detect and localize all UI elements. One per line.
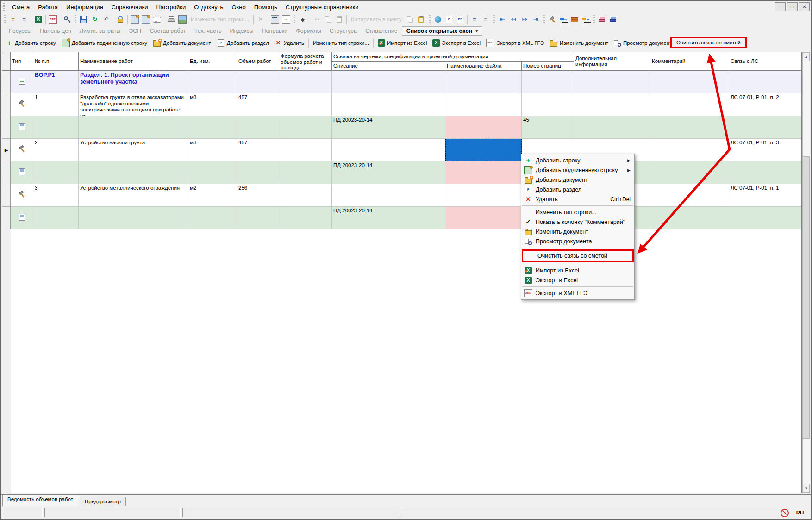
cell-num[interactable] — [33, 207, 79, 229]
cell-num[interactable]: ВОР.Р1 — [33, 71, 79, 93]
cell-comment[interactable] — [650, 116, 729, 139]
cell-description[interactable] — [332, 71, 445, 93]
scrollbar-thumb[interactable] — [803, 156, 810, 439]
reference-pink-button[interactable] — [597, 14, 608, 25]
minimize-button[interactable]: – — [775, 2, 786, 11]
toolbar-grip[interactable] — [493, 15, 495, 24]
cell-volume[interactable] — [237, 161, 279, 184]
delete-gray-button[interactable]: ✕ — [255, 14, 266, 25]
cell-name[interactable] — [79, 207, 188, 229]
reference-blue-button[interactable] — [608, 14, 619, 25]
cell-unit[interactable]: м3 — [188, 139, 237, 161]
cell-extra[interactable] — [574, 71, 650, 93]
menu-item-add-section[interactable]: Добавить раздел — [521, 185, 634, 194]
row-marker-cell[interactable] — [2, 161, 11, 184]
add-document-button[interactable]: Добавить документ — [150, 38, 214, 48]
import-data-button[interactable] — [432, 14, 443, 25]
row-settings-alt-button[interactable] — [140, 14, 151, 25]
cell-formula[interactable] — [279, 71, 332, 93]
bottom-tab-preview[interactable]: Предпросмотр — [80, 497, 126, 506]
cell-comment[interactable] — [650, 71, 729, 93]
search-button[interactable] — [62, 14, 73, 25]
tab-поправки[interactable]: Поправки — [258, 27, 292, 35]
cell-comment[interactable] — [650, 184, 729, 207]
machines-button[interactable] — [558, 14, 569, 25]
calculator-button[interactable] — [269, 14, 281, 25]
clear-estimate-link-button[interactable]: Очистить связь со сметой — [670, 37, 747, 48]
menu-item-clear-estimate-link[interactable]: Очистить связь со сметой — [522, 249, 634, 262]
scroll-down-icon[interactable]: ▼ — [803, 484, 810, 493]
cell-description[interactable]: ПД 20023-20-14 — [332, 207, 445, 229]
vertical-scrollbar[interactable]: ▲ ▼ — [802, 52, 810, 493]
cell-description[interactable] — [332, 93, 445, 116]
row-settings-button[interactable] — [129, 14, 140, 25]
cell-file[interactable] — [445, 71, 522, 93]
tab-оглавление[interactable]: Оглавление — [361, 27, 402, 35]
cell-unit[interactable] — [188, 116, 237, 139]
pdf-report-button[interactable] — [47, 14, 58, 25]
cell-unit[interactable] — [188, 161, 237, 184]
cell-pages[interactable] — [522, 71, 574, 93]
import-excel-button[interactable]: Импорт из Excel — [375, 38, 430, 48]
tree-edit-button[interactable]: ≡ — [469, 14, 480, 25]
cell-ls[interactable] — [729, 116, 802, 139]
cell-volume[interactable] — [237, 116, 279, 139]
cell-type[interactable] — [11, 139, 33, 161]
table-row-section[interactable]: ВОР.Р1Раздел: 1. Проект организации земе… — [2, 71, 801, 93]
add-row-button[interactable]: +Добавить строку — [3, 38, 59, 48]
menu-item-import-excel[interactable]: Импорт из Excel — [521, 266, 634, 275]
tab-эсн[interactable]: ЭСН — [125, 27, 145, 35]
menu-item-edit-document[interactable]: Изменить документ — [521, 227, 634, 236]
cell-extra[interactable] — [574, 93, 650, 116]
table-row-work[interactable]: 1Разработка грунта в отвал экскаваторами… — [2, 93, 801, 116]
menubar-item[interactable]: Работа — [34, 2, 62, 12]
page-export-button[interactable] — [281, 14, 292, 25]
toolbar-grip[interactable] — [429, 15, 431, 24]
menu-item-add-document[interactable]: Добавить документ — [521, 175, 634, 185]
tab-структура[interactable]: Структура — [325, 27, 361, 35]
add-section-button[interactable]: Добавить раздел — [214, 38, 272, 48]
cell-formula[interactable] — [279, 116, 332, 139]
tab-ресурсы[interactable]: Ресурсы — [5, 27, 36, 35]
menubar-item[interactable]: Помощь — [250, 2, 281, 12]
tab-состав-работ[interactable]: Состав работ — [145, 27, 190, 35]
picture-button[interactable] — [177, 14, 188, 25]
row-marker-cell[interactable] — [2, 116, 11, 139]
copy-doc-button[interactable] — [405, 14, 416, 25]
save-button[interactable] — [78, 14, 89, 25]
add-to-structure-button[interactable]: ≡ — [19, 14, 30, 25]
row-marker-cell[interactable] — [2, 184, 11, 207]
cell-unit[interactable] — [188, 71, 237, 93]
tab-индексы[interactable]: Индексы — [226, 27, 258, 35]
cell-file[interactable] — [445, 207, 522, 229]
toolbar-grip[interactable] — [75, 15, 76, 24]
cell-file[interactable] — [445, 161, 522, 184]
cell-name[interactable]: Раздел: 1. Проект организации земельного… — [79, 71, 188, 93]
table-row-doc[interactable]: ПД 20023-20-14 — [2, 207, 801, 229]
delete-button[interactable]: ✕Удалить — [272, 38, 307, 48]
undo-button[interactable]: ↶ — [100, 14, 112, 25]
cell-unit[interactable]: м2 — [188, 184, 237, 207]
cell-num[interactable]: 1 — [33, 93, 79, 116]
menu-item-add-row[interactable]: +Добавить строку▶ — [521, 155, 634, 165]
language-indicator[interactable]: RU — [792, 508, 808, 517]
toolbar-grip[interactable] — [294, 15, 295, 24]
cell-ls[interactable] — [729, 161, 802, 184]
cell-formula[interactable] — [279, 139, 332, 161]
cell-description[interactable] — [332, 184, 445, 207]
cell-volume[interactable] — [237, 71, 279, 93]
paste-button[interactable] — [334, 14, 345, 25]
cell-comment[interactable] — [650, 161, 729, 184]
cell-type[interactable] — [11, 207, 33, 229]
menubar-item[interactable]: Смета — [8, 2, 34, 12]
export-excel-button[interactable]: Экспорт в Excel — [430, 38, 483, 48]
menu-item-add-child-row[interactable]: Добавить подчиненную строку▶ — [521, 165, 634, 175]
row-marker-cell[interactable]: ▶ — [2, 139, 11, 161]
cell-description[interactable]: ПД 20023-20-14 — [332, 116, 445, 139]
menubar-item[interactable]: Информация — [62, 2, 107, 12]
cell-type[interactable] — [11, 93, 33, 116]
paste-special-button[interactable] — [416, 14, 427, 25]
materials-button[interactable] — [569, 14, 580, 25]
cell-file[interactable] — [445, 184, 522, 207]
menu-item-show-comment-column[interactable]: ✓Показать колонку "Комментарий" — [521, 217, 634, 227]
